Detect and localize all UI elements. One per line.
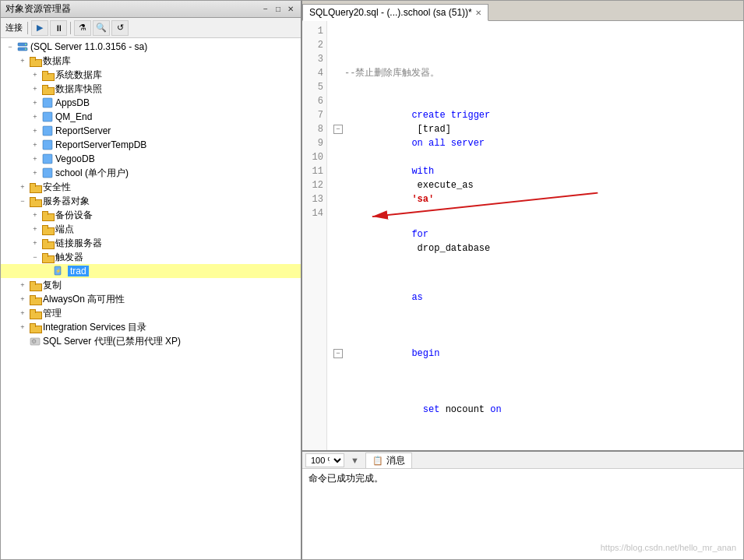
expand-security[interactable]: + xyxy=(16,181,29,193)
pin-button[interactable]: − xyxy=(260,4,271,15)
tree-item-qm-end[interactable]: + QM_End xyxy=(1,110,301,124)
expand-triggers[interactable]: − xyxy=(29,251,41,263)
backup-dev-label: 备份设备 xyxy=(55,209,93,222)
expand-reportservertempdb[interactable]: + xyxy=(29,139,41,151)
tree-item-vegoodb[interactable]: + VegooDB xyxy=(1,152,301,166)
expand-management[interactable]: + xyxy=(16,307,29,319)
folder-backup-icon xyxy=(41,209,54,221)
code-text-6: begin xyxy=(344,333,439,375)
fold-2[interactable]: − xyxy=(333,125,343,134)
svg-rect-6 xyxy=(43,126,52,136)
toolbar-btn-1[interactable]: ▶ xyxy=(31,20,48,36)
db-school-icon xyxy=(41,167,54,179)
tree-item-sql-agent[interactable]: ⚙ SQL Server 代理(已禁用代理 XP) xyxy=(1,334,301,348)
tree-item-triggers[interactable]: − 触发器 xyxy=(1,250,301,264)
svg-text:⚡: ⚡ xyxy=(55,268,62,274)
svg-rect-4 xyxy=(43,98,52,107)
expand-server-obj[interactable]: − xyxy=(16,195,29,207)
zoom-select[interactable]: 100 % 75 % 125 % 150 % xyxy=(305,453,344,467)
tab-bar: SQLQuery20.sql - (...).school (sa (51))*… xyxy=(302,1,743,21)
explorer-toolbar: 连接 ▶ ⏸ ⚗ 🔍 ↺ xyxy=(1,18,301,38)
tree-item-trad[interactable]: ⚡ trad xyxy=(1,264,301,278)
svg-rect-8 xyxy=(43,154,52,164)
tree-item-management[interactable]: + 管理 xyxy=(1,306,301,320)
bottom-panel: 100 % 75 % 125 % 150 % ▼ 📋 消息 命令已成功完成。 xyxy=(302,450,743,559)
tree-item-server-obj[interactable]: − 服务器对象 xyxy=(1,194,301,208)
expand-endpoints[interactable]: + xyxy=(29,223,41,235)
code-text-7: set nocount on xyxy=(344,389,502,431)
expand-vegoodb[interactable]: + xyxy=(29,153,41,165)
expand-alwayson[interactable]: + xyxy=(16,293,29,305)
code-text-1: --禁止删除库触发器。 xyxy=(344,66,439,80)
svg-text:⚙: ⚙ xyxy=(31,338,37,345)
tree-item-backup-dev[interactable]: + 备份设备 xyxy=(1,208,301,222)
reportservertempdb-label: ReportServerTempDB xyxy=(55,139,146,150)
tree-item-replication[interactable]: + 复制 xyxy=(1,278,301,292)
expand-reportserver[interactable]: + xyxy=(29,125,41,137)
folder-linked-servers-icon xyxy=(41,237,54,249)
db-reportserver-icon xyxy=(41,125,54,137)
bottom-content: 命令已成功完成。 xyxy=(302,469,743,559)
svg-rect-5 xyxy=(43,112,52,122)
messages-tab[interactable]: 📋 消息 xyxy=(365,453,412,468)
expand-replication[interactable]: + xyxy=(16,279,29,291)
tree-item-databases[interactable]: + 数据库 xyxy=(1,54,301,68)
sql-agent-label: SQL Server 代理(已禁用代理 XP) xyxy=(43,335,181,348)
expand-school[interactable]: + xyxy=(29,167,41,179)
tree-item-endpoints[interactable]: + 端点 xyxy=(1,222,301,236)
toolbar-btn-2[interactable]: ⏸ xyxy=(50,20,67,36)
expand-db-snapshot[interactable]: + xyxy=(29,83,41,95)
qm-end-label: QM_End xyxy=(55,111,92,122)
folder-triggers-icon xyxy=(41,251,54,263)
tree-item-school[interactable]: + school (单个用户) xyxy=(1,166,301,180)
tree-item-db-snapshot[interactable]: + 数据库快照 xyxy=(1,82,301,96)
folder-security-icon xyxy=(29,181,41,193)
tab-close-btn[interactable]: ✕ xyxy=(475,9,481,17)
expand-linked-servers[interactable]: + xyxy=(29,237,41,249)
expand-qm-end[interactable]: + xyxy=(29,111,41,123)
tree-item-reportserver[interactable]: + ReportServer xyxy=(1,124,301,138)
management-label: 管理 xyxy=(43,307,62,320)
messages-label: 消息 xyxy=(386,454,405,467)
tree-item-server[interactable]: − (SQL Server 11.0.3156 - sa) xyxy=(1,40,301,54)
zoom-dropdown-btn[interactable]: ▼ xyxy=(347,456,362,465)
code-text-5: as xyxy=(344,276,423,319)
trad-label: trad xyxy=(68,266,89,276)
tree-item-security[interactable]: + 安全性 xyxy=(1,180,301,194)
main-layout: 对象资源管理器 − □ ✕ 连接 ▶ ⏸ ⚗ 🔍 ↺ xyxy=(0,0,744,560)
server-label: (SQL Server 11.0.3156 - sa) xyxy=(30,41,147,52)
folder-databases-icon xyxy=(29,55,41,67)
tree-item-alwayson[interactable]: + AlwaysOn 高可用性 xyxy=(1,292,301,306)
toolbar-btn-3[interactable]: 🔍 xyxy=(93,20,110,36)
expand-backup-dev[interactable]: + xyxy=(29,209,41,221)
expand-databases[interactable]: + xyxy=(16,55,29,67)
toolbar-btn-filter[interactable]: ⚗ xyxy=(74,20,91,36)
close-button[interactable]: ✕ xyxy=(285,4,296,15)
tree-item-linked-servers[interactable]: + 链接服务器 xyxy=(1,236,301,250)
expand-server[interactable]: − xyxy=(4,41,16,53)
code-line-2: − create trigger [trad] on all server xyxy=(333,122,737,136)
code-content[interactable]: − --禁止删除库触发器。 − create trigger [trad] on… xyxy=(327,21,743,450)
fold-6[interactable]: − xyxy=(333,349,343,358)
tree-item-reportservertempdb[interactable]: + ReportServerTempDB xyxy=(1,138,301,152)
expand-appsdb[interactable]: + xyxy=(29,97,41,109)
code-line-6: − begin xyxy=(333,347,737,361)
tree-item-appsdb[interactable]: + AppsDB xyxy=(1,96,301,110)
expand-integration[interactable]: + xyxy=(16,321,29,333)
svg-rect-9 xyxy=(43,168,52,178)
sql-agent-icon: ⚙ xyxy=(29,335,41,347)
sql-tab[interactable]: SQLQuery20.sql - (...).school (sa (51))*… xyxy=(302,4,488,21)
expand-system-db[interactable]: + xyxy=(29,69,41,81)
connect-label[interactable]: 连接 xyxy=(4,22,24,33)
expand-trad xyxy=(41,265,54,277)
folder-snapshot-icon xyxy=(41,83,54,95)
window-button[interactable]: □ xyxy=(273,4,284,15)
toolbar-btn-4[interactable]: ↺ xyxy=(111,20,129,36)
tree-item-system-db[interactable]: + 系统数据库 xyxy=(1,68,301,82)
security-label: 安全性 xyxy=(43,181,71,194)
tree-item-integration[interactable]: + Integration Services 目录 xyxy=(1,320,301,334)
server-obj-label: 服务器对象 xyxy=(43,195,90,208)
system-db-label: 系统数据库 xyxy=(55,69,102,82)
sql-editor-panel: SQLQuery20.sql - (...).school (sa (51))*… xyxy=(302,0,744,560)
expand-sql-agent xyxy=(16,335,29,347)
